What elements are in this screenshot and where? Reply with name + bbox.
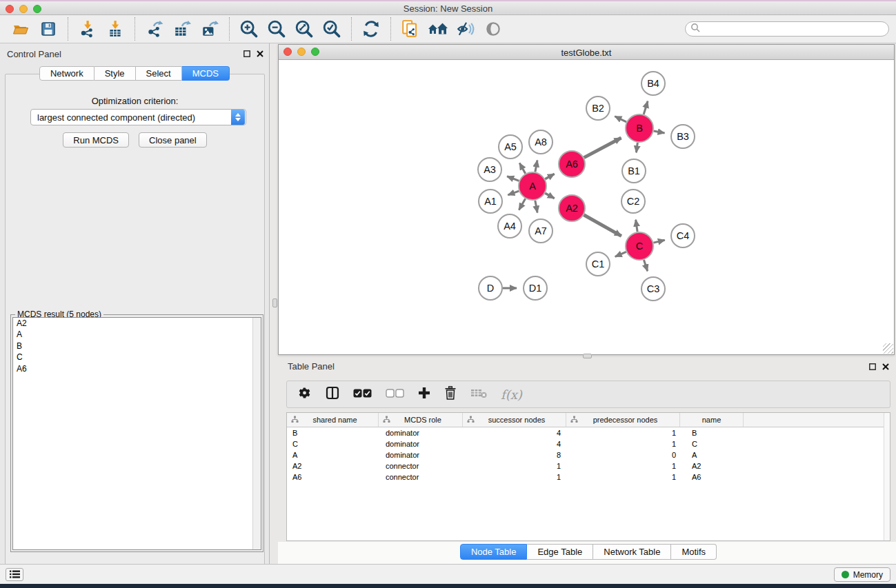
graph-edge-C-C3[interactable]	[644, 260, 647, 271]
graph-edge-A-A6[interactable]	[545, 174, 554, 179]
graph-edge-B-B2[interactable]	[615, 116, 626, 122]
import-table-button[interactable]	[101, 16, 129, 42]
graph-edge-A-A1[interactable]	[508, 191, 519, 195]
memory-button[interactable]: Memory	[834, 567, 890, 582]
graph-edge-A6-B[interactable]	[584, 138, 621, 158]
table-cell[interactable]: 1	[566, 460, 680, 472]
result-item[interactable]: A	[13, 329, 261, 340]
tab-network[interactable]: Network	[39, 66, 94, 81]
graph-node-C[interactable]: C	[626, 232, 653, 260]
graph-node-A2[interactable]: A2	[559, 195, 585, 221]
graph-node-C4[interactable]: C4	[671, 224, 695, 247]
graph-edge-A2-C[interactable]	[584, 215, 621, 236]
graph-node-C2[interactable]: C2	[621, 190, 645, 213]
graph-node-A3[interactable]: A3	[478, 158, 501, 181]
graph-node-C1[interactable]: C1	[586, 252, 610, 276]
graph-node-A5[interactable]: A5	[499, 135, 522, 159]
result-item[interactable]: B	[13, 341, 261, 352]
tab-edge-table[interactable]: Edge Table	[527, 544, 593, 560]
delete-table-button[interactable]	[470, 387, 487, 401]
float-table-panel-icon[interactable]	[868, 363, 876, 370]
panel-splitter-grip[interactable]	[272, 298, 277, 307]
graph-edge-C-C2[interactable]	[636, 220, 637, 232]
save-session-button[interactable]	[34, 16, 62, 42]
table-cell[interactable]: dominator	[379, 449, 463, 460]
result-item[interactable]: A6	[13, 363, 261, 374]
search-field[interactable]	[685, 21, 889, 37]
delete-rows-button[interactable]	[444, 386, 457, 403]
optimization-criterion-dropdown[interactable]: largest connected component (directed)	[30, 109, 246, 125]
table-scrollbar[interactable]	[884, 413, 890, 540]
import-network-button[interactable]	[74, 16, 101, 42]
graph-edge-B-B4[interactable]	[644, 101, 648, 114]
graph-edge-B-B3[interactable]	[654, 131, 665, 133]
zoom-selected-button[interactable]	[318, 16, 346, 42]
column-header-predecessor-nodes[interactable]: predecessor nodes	[566, 413, 680, 427]
table-cell[interactable]: B	[287, 427, 379, 438]
graph-edge-A-A3[interactable]	[507, 176, 519, 181]
table-cell[interactable]: dominator	[379, 427, 463, 438]
table-cell[interactable]: 1	[566, 472, 680, 483]
graph-edge-C-C1[interactable]	[615, 252, 626, 256]
graph-node-A1[interactable]: A1	[479, 190, 502, 213]
graph-edge-A-A8[interactable]	[535, 161, 537, 172]
tab-motifs[interactable]: Motifs	[671, 544, 717, 560]
close-table-panel-icon[interactable]	[882, 363, 889, 370]
column-header-successor-nodes[interactable]: successor nodes	[463, 413, 566, 427]
table-cell[interactable]: A6	[287, 472, 379, 483]
tab-style[interactable]: Style	[94, 66, 136, 81]
network-window-titlebar[interactable]: testGlobe.txt	[279, 45, 894, 60]
table-cell[interactable]: A	[680, 449, 744, 460]
tab-select[interactable]: Select	[136, 66, 182, 81]
graph-node-A7[interactable]: A7	[529, 219, 552, 243]
table-cell[interactable]: 4	[463, 438, 566, 449]
tab-network-table[interactable]: Network Table	[593, 544, 671, 560]
table-cell[interactable]: 8	[463, 449, 566, 460]
run-mcds-button[interactable]: Run MCDS	[63, 132, 129, 148]
table-row[interactable]: A6connector11A6	[287, 472, 890, 483]
graph-node-A4[interactable]: A4	[498, 214, 521, 238]
graph-node-A6[interactable]: A6	[559, 151, 585, 177]
mcds-result-list[interactable]: A2ABCA6	[12, 317, 261, 550]
graph-node-B3[interactable]: B3	[671, 125, 695, 148]
table-cell[interactable]: dominator	[379, 438, 463, 449]
table-settings-button[interactable]	[298, 386, 312, 403]
table-cell[interactable]: A2	[680, 460, 744, 472]
graph-node-A[interactable]: A	[519, 172, 546, 200]
graph-edge-A-A2[interactable]	[545, 193, 554, 199]
table-cell[interactable]: A2	[287, 460, 379, 472]
close-panel-icon[interactable]	[256, 50, 263, 57]
add-row-button[interactable]	[418, 387, 430, 402]
graph-edge-B-B1[interactable]	[636, 143, 637, 152]
zoom-out-button[interactable]	[263, 16, 290, 42]
graph-node-B4[interactable]: B4	[641, 72, 665, 95]
close-panel-button[interactable]: Close panel	[139, 132, 207, 148]
column-header-shared-name[interactable]: shared name	[287, 413, 379, 427]
deselect-all-button[interactable]	[386, 388, 404, 401]
select-all-button[interactable]	[353, 388, 372, 401]
graph-node-B[interactable]: B	[626, 114, 653, 142]
graph-node-A8[interactable]: A8	[529, 130, 552, 154]
table-row[interactable]: Adominator80A	[287, 449, 890, 460]
graph-edge-C-C4[interactable]	[653, 240, 664, 243]
search-input[interactable]	[701, 23, 888, 35]
table-splitter-grip[interactable]	[583, 354, 592, 358]
table-cell[interactable]: A	[287, 449, 379, 460]
graph-node-B2[interactable]: B2	[586, 97, 610, 120]
graph-node-D1[interactable]: D1	[524, 276, 547, 300]
task-history-button[interactable]	[6, 568, 23, 581]
hide-graphics-details-button[interactable]	[452, 16, 479, 42]
graph-node-B1[interactable]: B1	[622, 159, 646, 183]
table-cell[interactable]: 0	[566, 449, 680, 460]
table-cell[interactable]: A6	[680, 472, 744, 483]
graph-edge-A-A7[interactable]	[535, 201, 537, 213]
graph-node-C3[interactable]: C3	[641, 277, 665, 301]
refresh-button[interactable]	[357, 16, 385, 42]
table-cell[interactable]: C	[680, 438, 744, 449]
clone-network-button[interactable]	[397, 16, 424, 42]
column-header-name[interactable]: name	[680, 413, 744, 427]
table-cell[interactable]: C	[287, 438, 379, 449]
table-cell[interactable]: 1	[463, 472, 566, 483]
show-columns-button[interactable]	[326, 386, 339, 403]
export-network-button[interactable]	[141, 16, 168, 42]
